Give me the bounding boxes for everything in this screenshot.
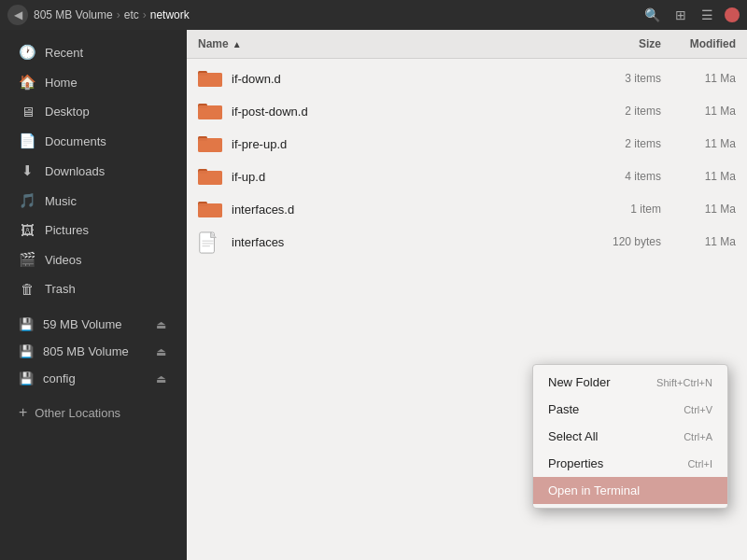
file-name: if-up.d: [232, 170, 577, 184]
file-browser: Name ▲ Size Modified if-down.d 3 items 1…: [187, 30, 747, 560]
sidebar-label-videos: Videos: [45, 253, 82, 267]
file-name: if-post-down.d: [232, 105, 577, 119]
file-modified: 11 Ma: [661, 137, 736, 150]
sidebar-item-music[interactable]: 🎵 Music: [4, 186, 183, 216]
downloads-icon: ⬇: [19, 162, 35, 179]
table-row[interactable]: if-post-down.d 2 items 11 Ma: [187, 95, 747, 128]
pictures-icon: 🖼: [19, 222, 35, 238]
file-name: interfaces: [232, 235, 577, 249]
titlebar-right: 🔍 ⊞ ☰: [641, 6, 740, 24]
file-icon: [198, 231, 224, 252]
table-row[interactable]: interfaces.d 1 item 11 Ma: [187, 193, 747, 226]
documents-icon: 📄: [19, 133, 35, 149]
sort-arrow-icon: ▲: [233, 39, 242, 49]
file-icon: [198, 101, 224, 121]
table-row[interactable]: if-down.d 3 items 11 Ma: [187, 63, 747, 95]
file-size: 2 items: [577, 105, 661, 118]
path-current: network: [150, 8, 190, 21]
music-icon: 🎵: [19, 192, 35, 209]
sidebar-item-documents[interactable]: 📄 Documents: [4, 126, 183, 156]
sidebar-label-other: Other Locations: [35, 406, 120, 420]
back-button[interactable]: ◀: [7, 5, 28, 25]
file-size: 3 items: [577, 72, 661, 85]
main-layout: 🕐 Recent 🏠 Home 🖥 Desktop 📄 Documents ⬇ …: [0, 30, 747, 560]
config-icon: 💾: [19, 371, 34, 385]
volume1-icon: 💾: [19, 317, 34, 331]
recent-icon: 🕐: [19, 44, 35, 61]
sidebar-item-volume1[interactable]: 💾 59 MB Volume ⏏: [4, 311, 183, 338]
table-row[interactable]: interfaces 120 bytes 11 Ma: [187, 226, 747, 259]
sidebar-label-pictures: Pictures: [45, 223, 89, 237]
col-size-header[interactable]: Size: [577, 37, 661, 50]
path-sep: ›: [117, 8, 120, 21]
sidebar-label-recent: Recent: [45, 46, 83, 60]
sidebar-item-downloads[interactable]: ⬇ Downloads: [4, 156, 183, 186]
volume-label: 805 MB Volume: [34, 8, 113, 21]
close-button[interactable]: [725, 7, 740, 22]
sidebar-label-trash: Trash: [45, 282, 76, 296]
eject-volume1-button[interactable]: ⏏: [154, 318, 168, 331]
context-menu-new-folder[interactable]: New Folder Shift+Ctrl+N: [533, 369, 727, 396]
context-menu-select-all[interactable]: Select All Ctrl+A: [533, 423, 727, 450]
titlebar-left: ◀ 805 MB Volume › etc › network: [7, 5, 190, 25]
table-row[interactable]: if-pre-up.d 2 items 11 Ma: [187, 128, 747, 161]
file-icon: [198, 166, 224, 187]
sidebar-label-volume2: 805 MB Volume: [43, 344, 129, 358]
file-modified: 11 Ma: [661, 235, 736, 248]
file-modified: 11 Ma: [661, 203, 736, 216]
file-modified: 11 Ma: [661, 170, 736, 183]
sidebar-label-desktop: Desktop: [45, 105, 90, 119]
other-locations-item[interactable]: + Other Locations: [4, 398, 183, 427]
table-row[interactable]: if-up.d 4 items 11 Ma: [187, 161, 747, 193]
sidebar-label-documents: Documents: [45, 134, 106, 148]
titlebar-path: 805 MB Volume › etc › network: [34, 8, 190, 21]
eject-volume2-button[interactable]: ⏏: [154, 345, 168, 358]
titlebar: ◀ 805 MB Volume › etc › network 🔍 ⊞ ☰: [0, 0, 747, 30]
sidebar-label-volume1: 59 MB Volume: [43, 317, 122, 331]
path-etc: etc: [124, 8, 139, 21]
svg-rect-11: [198, 171, 222, 185]
trash-icon: 🗑: [19, 281, 35, 297]
svg-rect-14: [198, 203, 222, 217]
sidebar: 🕐 Recent 🏠 Home 🖥 Desktop 📄 Documents ⬇ …: [0, 30, 187, 560]
file-size: 1 item: [577, 203, 661, 216]
file-name: if-down.d: [232, 72, 577, 86]
add-icon: +: [19, 404, 27, 421]
context-menu-paste[interactable]: Paste Ctrl+V: [533, 396, 727, 423]
context-menu-properties[interactable]: Properties Ctrl+I: [533, 450, 727, 477]
file-icon: [198, 133, 224, 154]
view-toggle-button[interactable]: ⊞: [671, 6, 690, 24]
file-modified: 11 Ma: [661, 72, 736, 85]
context-menu-open-terminal[interactable]: Open in Terminal: [533, 477, 727, 504]
file-icon: [198, 199, 224, 219]
svg-rect-2: [198, 73, 222, 87]
sidebar-item-videos[interactable]: 🎬 Videos: [4, 245, 183, 274]
file-size: 120 bytes: [577, 235, 661, 248]
search-button[interactable]: 🔍: [641, 6, 664, 24]
desktop-icon: 🖥: [19, 104, 35, 119]
file-name: if-pre-up.d: [232, 137, 577, 151]
svg-rect-8: [198, 138, 222, 152]
path-sep2: ›: [143, 8, 147, 21]
sidebar-label-config: config: [43, 371, 76, 385]
col-modified-header[interactable]: Modified: [661, 37, 736, 50]
file-size: 4 items: [577, 170, 661, 183]
sidebar-item-pictures[interactable]: 🖼 Pictures: [4, 216, 183, 245]
file-modified: 11 Ma: [661, 105, 736, 118]
file-name: interfaces.d: [232, 203, 577, 217]
file-size: 2 items: [577, 137, 661, 150]
sidebar-label-home: Home: [45, 76, 78, 90]
sidebar-item-recent[interactable]: 🕐 Recent: [4, 37, 183, 67]
sidebar-item-home[interactable]: 🏠 Home: [4, 67, 183, 97]
videos-icon: 🎬: [19, 251, 35, 268]
sidebar-item-volume2[interactable]: 💾 805 MB Volume ⏏: [4, 338, 183, 365]
sidebar-item-trash[interactable]: 🗑 Trash: [4, 274, 183, 303]
sidebar-label-downloads: Downloads: [45, 164, 105, 178]
sidebar-item-desktop[interactable]: 🖥 Desktop: [4, 97, 183, 126]
context-menu: New Folder Shift+Ctrl+N Paste Ctrl+V Sel…: [532, 364, 728, 509]
svg-rect-5: [198, 105, 222, 119]
sidebar-item-config[interactable]: 💾 config ⏏: [4, 365, 183, 392]
col-name-header[interactable]: Name ▲: [198, 37, 577, 50]
eject-config-button[interactable]: ⏏: [154, 372, 168, 385]
menu-button[interactable]: ☰: [698, 6, 717, 24]
